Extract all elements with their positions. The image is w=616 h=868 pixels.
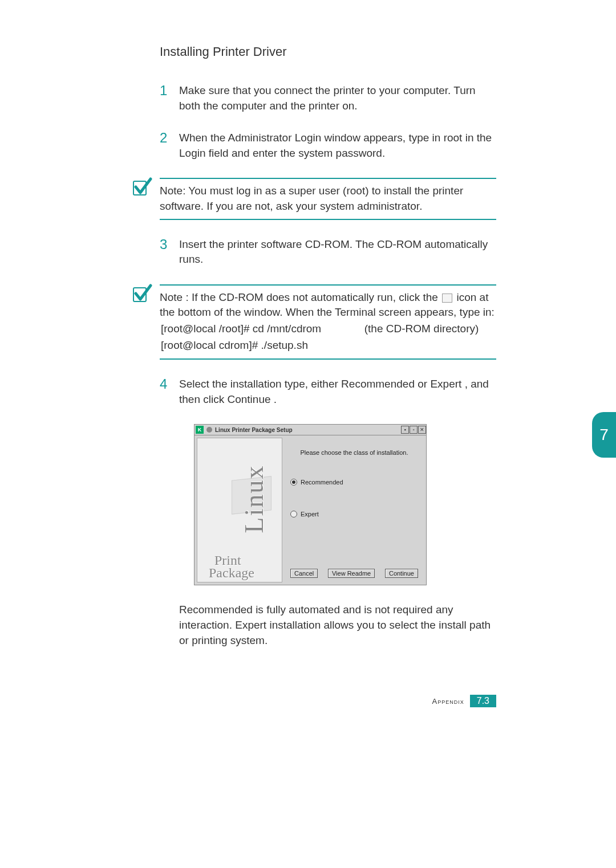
- view-readme-button[interactable]: View Readme: [328, 569, 375, 578]
- continue-button[interactable]: Continue: [385, 569, 418, 578]
- cancel-button[interactable]: Cancel: [290, 569, 318, 578]
- step-4: 4 Select the installation type, either R…: [160, 377, 496, 407]
- chapter-tab: 7: [592, 412, 616, 458]
- dialog-buttons: Cancel View Readme Continue: [290, 569, 418, 578]
- text: : If the CD-ROM does not automatically r…: [183, 291, 441, 303]
- splash-panel: Linux Print Package: [197, 438, 282, 582]
- explanation-paragraph: Recommended is fully automated and is no…: [179, 602, 496, 648]
- window-maximize-icon[interactable]: ▫: [410, 426, 418, 434]
- rule: [160, 219, 496, 220]
- note-checkmark-icon: [130, 176, 153, 198]
- prompt-text: Please choose the class of installation.: [290, 449, 418, 456]
- k-menu-icon: K: [196, 426, 204, 434]
- installer-screenshot: K Linux Printer Package Setup ▪ ▫ ✕ Linu…: [194, 424, 427, 585]
- step-3: 3 Insert the printer software CD-ROM. Th…: [160, 237, 496, 267]
- splash-linux-text: Linux: [239, 465, 269, 533]
- option-expert: Expert: [430, 378, 461, 390]
- step-body: Select the installation type, either Rec…: [179, 377, 496, 407]
- radio-expert[interactable]: Expert: [290, 511, 418, 517]
- term-recommended: Recommended: [179, 604, 253, 616]
- command-lines: [root@local /root]# cd /mnt/cdrom (the C…: [160, 320, 496, 354]
- button-name: Continue: [227, 393, 270, 405]
- window-body: Linux Print Package Please choose the cl…: [194, 435, 427, 585]
- window-close-icon[interactable]: ✕: [418, 426, 426, 434]
- gear-icon: [206, 426, 213, 433]
- window-title: Linux Printer Package Setup: [214, 427, 400, 433]
- text: When the Administrator Login window appe…: [179, 132, 444, 144]
- splash-package-text: Package: [209, 565, 254, 581]
- rule: [160, 358, 496, 360]
- page: Installing Printer Driver 1 Make sure th…: [0, 0, 616, 868]
- radio-icon[interactable]: [290, 511, 297, 517]
- radio-label: Recommended: [301, 479, 343, 486]
- step-2: 2 When the Administrator Login window ap…: [160, 131, 496, 161]
- step-number: 4: [160, 377, 179, 407]
- appendix-label: Appendix: [432, 697, 464, 706]
- radio-icon[interactable]: [290, 479, 297, 486]
- window-minimize-icon[interactable]: ▪: [401, 426, 409, 434]
- text: You must log in as a super user (root) t…: [160, 185, 463, 212]
- window-buttons: ▪ ▫ ✕: [400, 426, 426, 434]
- text: or: [418, 378, 430, 390]
- note-text: Note: You must log in as a super user (r…: [160, 179, 496, 218]
- command-2: [root@local cdrom]# ./setup.sh: [161, 338, 495, 353]
- step-number: 2: [160, 131, 179, 161]
- step-body: Insert the printer software CD-ROM. The …: [179, 237, 496, 267]
- note-text: Note : If the CD-ROM does not automatica…: [160, 286, 496, 358]
- terminal-icon: [442, 294, 452, 303]
- radio-label: Expert: [301, 511, 319, 517]
- section-heading: Installing Printer Driver: [160, 44, 496, 59]
- term-expert: Expert: [235, 619, 266, 631]
- note-label: Note: [160, 291, 183, 303]
- page-number-badge: 7.3: [470, 695, 496, 707]
- note-block-1: Note: You must log in as a super user (r…: [160, 178, 496, 219]
- option-recommended: Recommended: [341, 378, 415, 390]
- root-literal: root: [444, 132, 463, 144]
- options-panel: Please choose the class of installation.…: [282, 438, 424, 582]
- page-footer: Appendix 7.3: [432, 695, 496, 707]
- radio-recommended[interactable]: Recommended: [290, 479, 418, 486]
- step-body: Make sure that you connect the printer t…: [179, 83, 496, 113]
- text: .: [274, 393, 277, 405]
- note-checkmark-icon: [130, 282, 153, 305]
- note-label: Note:: [160, 185, 185, 197]
- text: Select the installation type, either: [179, 378, 341, 390]
- window-titlebar: K Linux Printer Package Setup ▪ ▫ ✕: [194, 424, 427, 435]
- command-1: [root@local /root]# cd /mnt/cdrom: [161, 321, 341, 337]
- svg-point-2: [206, 427, 212, 433]
- content-column: Installing Printer Driver 1 Make sure th…: [160, 44, 496, 648]
- step-1: 1 Make sure that you connect the printer…: [160, 83, 496, 113]
- note-block-2: Note : If the CD-ROM does not automatica…: [160, 284, 496, 360]
- command-1-hint: (the CD-ROM directory): [342, 321, 495, 337]
- step-number: 1: [160, 83, 179, 113]
- step-body: When the Administrator Login window appe…: [179, 131, 496, 161]
- step-number: 3: [160, 237, 179, 267]
